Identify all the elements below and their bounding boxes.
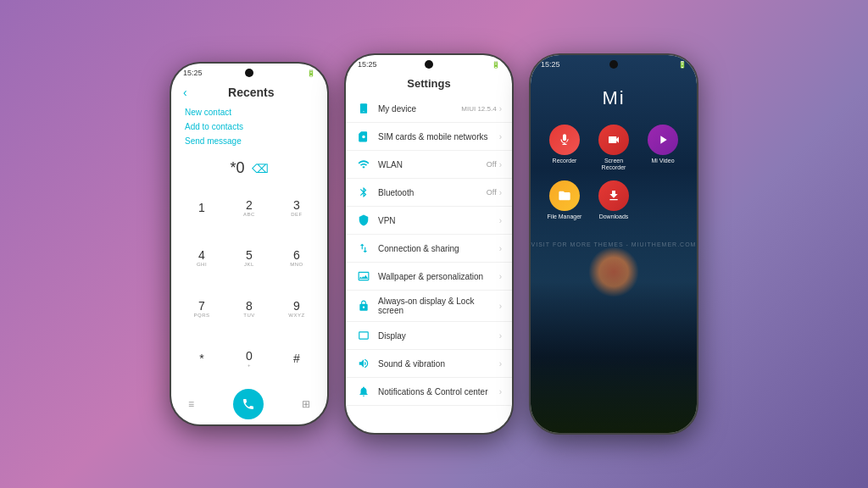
recorder-label: Recorder (553, 158, 577, 164)
notification-icon (356, 384, 371, 399)
sound-icon (356, 356, 371, 371)
dial-key-0[interactable]: 0+ (225, 334, 273, 385)
mi-label: Mi (531, 70, 697, 118)
time-1: 15:25 (183, 69, 203, 77)
lockscreen-right: › (499, 302, 502, 311)
app-file-manager[interactable]: File Manager (544, 180, 585, 220)
home-content: 15:25 🔋 Mi Recorder (531, 55, 697, 433)
menu-icon[interactable]: ≡ (188, 398, 194, 410)
display-content: Display (378, 331, 492, 341)
app-grid: Recorder Screen Recorder M (531, 118, 697, 227)
grid-icon[interactable]: ⊞ (302, 398, 310, 410)
status-icons-3: 🔋 (678, 61, 687, 69)
settings-item-connection[interactable]: Connection & sharing › (346, 235, 512, 263)
connection-content: Connection & sharing (378, 244, 492, 253)
sound-arrow: › (499, 359, 502, 369)
recents-actions: New contact Add to contacts Send message (171, 103, 327, 151)
file-manager-label: File Manager (548, 214, 582, 220)
vpn-icon (356, 213, 371, 228)
recorder-circle (549, 125, 580, 155)
vpn-right: › (499, 216, 502, 225)
downloads-label: Downloads (599, 214, 629, 220)
notifications-right: › (499, 387, 502, 396)
notifications-content: Notifications & Control center (378, 387, 492, 396)
settings-item-wlan[interactable]: WLAN Off › (346, 151, 512, 179)
connection-icon (356, 241, 371, 256)
recents-title: Recents (187, 86, 315, 99)
time-2: 15:25 (358, 60, 377, 69)
recents-header: ‹ Recents (171, 79, 327, 103)
settings-item-vpn[interactable]: VPN › (346, 207, 512, 235)
dial-key-9[interactable]: 9WXYZ (273, 283, 320, 334)
phone-settings: 15:25 🔋 Settings My device (344, 53, 514, 435)
display-right: › (499, 331, 502, 341)
dial-backspace[interactable]: ⌫ (252, 162, 269, 175)
app-recorder[interactable]: Recorder (544, 125, 585, 172)
dial-key-5[interactable]: 5JKL (225, 233, 273, 284)
new-contact-link[interactable]: New contact (185, 106, 314, 119)
camera-hole (245, 69, 253, 77)
app-downloads[interactable]: Downloads (593, 180, 634, 220)
time-3: 15:25 (541, 60, 560, 69)
screen-recorder-label: Screen Recorder (593, 158, 634, 172)
download-icon (607, 189, 620, 202)
dial-key-2[interactable]: 2ABC (225, 182, 273, 233)
dial-key-6[interactable]: 6MNO (273, 233, 320, 284)
wallpaper-icon (356, 269, 371, 284)
send-message-link[interactable]: Send message (185, 135, 314, 147)
wallpaper-right: › (499, 272, 502, 281)
display-arrow: › (499, 331, 502, 341)
dialpad: 1 2ABC 3DEF 4GHI 5JKL 6MNO 7PQRS 8TUV 9W… (171, 182, 327, 384)
wlan-arrow: › (499, 160, 502, 169)
dial-key-hash[interactable]: # (273, 334, 320, 385)
dial-key-4[interactable]: 4GHI (178, 233, 225, 284)
wlan-right: Off › (487, 160, 502, 169)
wallpaper-content: Wallpaper & personalization (378, 272, 492, 281)
vpn-content: VPN (378, 216, 492, 225)
settings-screen: 15:25 🔋 Settings My device (346, 55, 512, 433)
lock-icon (356, 298, 371, 313)
battery-icon-3: 🔋 (678, 61, 687, 69)
sound-content: Sound & vibration (378, 359, 492, 369)
settings-item-sim[interactable]: SIM cards & mobile networks › (346, 123, 512, 151)
connection-arrow: › (499, 244, 502, 253)
wallpaper-arrow: › (499, 272, 502, 281)
app-mi-video[interactable]: Mi Video (643, 125, 683, 172)
dial-key-7[interactable]: 7PQRS (178, 283, 225, 334)
settings-item-display[interactable]: Display › (346, 322, 512, 350)
app-screen-recorder[interactable]: Screen Recorder (593, 125, 634, 172)
settings-item-lockscreen[interactable]: Always-on display & Lock screen › (346, 291, 512, 322)
phone-icon (242, 397, 255, 411)
lockscreen-arrow: › (499, 302, 502, 311)
add-to-contacts-link[interactable]: Add to contacts (185, 120, 314, 133)
phone-recents: 15:25 🔋 ‹ Recents New contact Add to con… (170, 62, 329, 426)
mi-video-label: Mi Video (651, 158, 674, 164)
battery-icon-2: 🔋 (492, 61, 500, 69)
device-icon (356, 101, 371, 116)
call-button[interactable] (233, 389, 264, 419)
settings-item-wallpaper[interactable]: Wallpaper & personalization › (346, 263, 512, 291)
dial-key-1[interactable]: 1 (178, 182, 225, 233)
mi-video-circle (648, 125, 678, 155)
vpn-arrow: › (499, 216, 502, 225)
mic-icon (558, 133, 571, 147)
file-manager-circle (549, 180, 580, 211)
connection-right: › (499, 244, 502, 253)
dial-key-3[interactable]: 3DEF (273, 182, 320, 233)
phones-container: 15:25 🔋 ‹ Recents New contact Add to con… (170, 53, 698, 435)
settings-item-notifications[interactable]: Notifications & Control center › (346, 378, 512, 406)
sim-content: SIM cards & mobile networks (378, 132, 492, 141)
wlan-content: WLAN (378, 160, 480, 169)
settings-item-sound[interactable]: Sound & vibration › (346, 350, 512, 378)
play-icon (656, 133, 670, 147)
dial-key-8[interactable]: 8TUV (225, 283, 273, 334)
bluetooth-icon (356, 185, 371, 200)
sim-arrow: › (499, 132, 502, 141)
sound-right: › (499, 359, 502, 369)
bluetooth-content: Bluetooth (378, 188, 480, 197)
settings-item-device[interactable]: My device MIUI 12.5.4 › (346, 95, 512, 123)
display-icon (356, 328, 371, 343)
downloads-circle (598, 180, 629, 211)
settings-item-bluetooth[interactable]: Bluetooth Off › (346, 179, 512, 207)
dial-key-star[interactable]: * (178, 334, 225, 385)
